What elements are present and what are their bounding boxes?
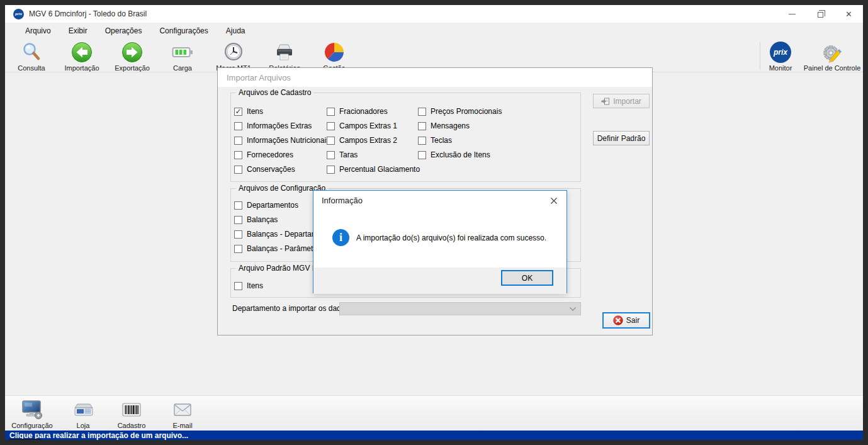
informacao-message-box: Informação i A importação do(s) arquivo(… [313,190,567,293]
checkbox-item-mensagens[interactable]: Mensagens [418,120,470,132]
group-arquivos-de-cadastro: Arquivos de Cadastro Itens Informações E… [230,93,581,182]
menu-ajuda[interactable]: Ajuda [217,23,254,39]
checkbox[interactable] [234,216,242,224]
restore-button[interactable] [806,5,835,23]
checkbox-item-balancas-parametros[interactable]: Balanças - Parâmetros [234,242,324,255]
importar-button[interactable]: Importar [593,94,650,108]
close-icon [550,197,558,205]
checkbox[interactable] [418,108,426,116]
toolbar-carga[interactable]: Carga [155,41,210,72]
window-title: MGV 6 Dmcinforj - Toledo do Brasil [29,9,147,18]
ok-button[interactable]: OK [501,270,553,286]
checkbox[interactable] [234,201,242,210]
prix-logo-icon: prix [769,41,792,64]
checkbox-item-departamentos[interactable]: Departamentos [234,199,298,211]
checkbox[interactable] [327,151,335,159]
checkbox-label: Teclas [431,136,452,145]
checkbox-item-itens[interactable]: Itens [234,105,263,118]
checkbox-item-taras[interactable]: Taras [327,149,358,161]
checkbox-label: Itens [247,281,263,290]
checkbox[interactable] [234,282,242,290]
department-combobox[interactable] [339,302,581,315]
checkbox[interactable] [327,122,335,130]
checkbox[interactable] [418,137,426,145]
msgbox-title: Informação [322,196,363,205]
checkbox[interactable] [234,166,242,174]
clock-icon [222,41,245,64]
dialog-title: Importar Arquivos [227,73,291,82]
menu-operacoes[interactable]: Operações [96,23,151,39]
checkbox-item-percentual-glaciamento[interactable]: Percentual Glaciamento [327,163,420,176]
import-icon [601,97,610,106]
checkbox-label: Balanças - Parâmetros [247,244,324,253]
desktop-background: prix MGV 6 Dmcinforj - Toledo do Brasil … [0,0,868,445]
prix-logo-icon: prix [13,9,24,20]
info-icon: i [332,229,349,246]
checkbox[interactable] [418,122,426,130]
checkbox-item-fornecedores[interactable]: Fornecedores [234,149,293,161]
checkbox-label: Percentual Glaciamento [339,165,420,174]
checkbox[interactable] [234,151,242,159]
checkbox-label: Itens [247,107,263,116]
green-arrow-left-icon [70,41,93,64]
checkbox-item-campos-extras-2[interactable]: Campos Extras 2 [327,134,397,147]
checkbox[interactable] [327,137,335,145]
sair-button[interactable]: Sair [602,312,650,329]
app-window: prix MGV 6 Dmcinforj - Toledo do Brasil … [5,5,863,440]
shortcut-email[interactable]: E-mail [154,398,211,429]
envelope-icon [171,398,194,421]
checkbox-label: Mensagens [431,121,470,130]
msgbox-title-bar: Informação [313,191,566,210]
checkbox[interactable] [327,108,335,116]
minimize-button[interactable] [778,5,806,23]
toolbar-exportacao[interactable]: Exportação [105,41,159,72]
checkbox-item-conservacoes[interactable]: Conservações [234,163,295,176]
toolbar-importacao[interactable]: Importação [55,41,109,72]
chevron-down-icon [569,307,577,312]
menu-arquivo[interactable]: Arquivo [16,23,60,39]
checkbox-item-campos-extras-1[interactable]: Campos Extras 1 [327,120,397,132]
checkbox[interactable] [234,245,242,253]
checkbox-item-fracionadores[interactable]: Fracionadores [327,105,388,118]
checkbox-item-informacoes-extras[interactable]: Informações Extras [234,120,312,132]
checkbox-label: Balanças [247,215,278,224]
checkbox[interactable] [327,166,335,174]
monitor-gear-icon [21,398,43,421]
title-bar: prix MGV 6 Dmcinforj - Toledo do Brasil … [5,5,863,23]
group-title: Arquivo Padrão MGV III [236,264,321,273]
msgbox-close-button[interactable] [548,194,560,207]
menu-configuracoes[interactable]: Configurações [150,23,217,39]
checkbox-item-exclusao-de-itens[interactable]: Exclusão de Itens [418,149,490,161]
checkbox-item-balancas[interactable]: Balanças [234,213,278,226]
checkbox[interactable] [234,137,242,145]
green-arrow-right-icon [121,41,144,64]
checkbox-item-precos-promocionais[interactable]: Preços Promocionais [418,105,502,118]
menu-exibir[interactable]: Exibir [60,23,96,39]
checkbox-item-teclas[interactable]: Teclas [418,134,452,147]
battery-icon [171,41,194,64]
checkbox[interactable] [234,122,242,130]
close-button[interactable]: ✕ [835,5,863,23]
checkbox-label: Fracionadores [339,107,388,116]
checkbox-label: Informações Nutricionais [247,136,330,145]
department-label: Departamento a importar os dados [232,304,349,313]
barcode-icon [120,398,143,421]
gear-pencil-icon [821,41,843,64]
toolbar-monitor[interactable]: prix Monitor [753,41,808,72]
printer-icon [273,41,296,64]
checkbox-item-informacoes-nutricionais[interactable]: Informações Nutricionais [234,134,330,147]
shortcut-configuracao[interactable]: Configuração [4,398,60,429]
checkbox[interactable] [234,230,242,239]
msgbox-message: A importação do(s) arquivo(s) foi realiz… [356,234,546,242]
status-bar: Clique para realizar a importação de um … [5,431,863,440]
toolbar-painel-de-controle[interactable]: Painel de Controle [805,41,859,72]
toolbar-consulta[interactable]: Consulta [4,41,59,72]
bottom-shortcut-bar: Configuração Loja [5,395,863,431]
definir-padrao-button[interactable]: Definir Padrão [593,131,650,145]
checkbox[interactable] [234,108,242,116]
shortcut-cadastro[interactable]: Cadastro [103,398,160,429]
checkbox-label: Taras [339,150,358,159]
checkbox[interactable] [418,151,426,159]
checkbox-item-itens-padrao[interactable]: Itens [234,279,263,292]
magnifier-icon [20,41,43,64]
